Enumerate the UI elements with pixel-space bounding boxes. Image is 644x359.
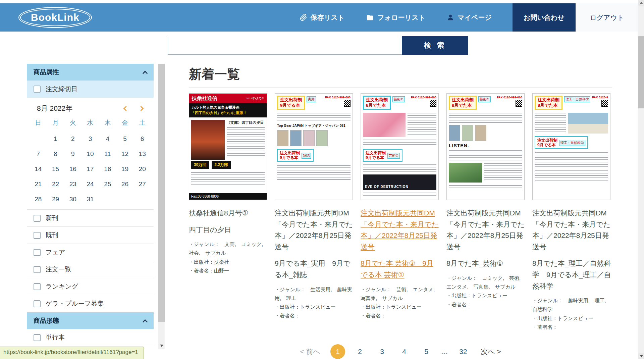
nav-follow-list[interactable]: フォローリスト: [366, 13, 425, 22]
calendar-day[interactable]: 9: [64, 146, 82, 161]
scrollbar-thumb[interactable]: [158, 64, 165, 322]
scroll-down-button[interactable]: [158, 342, 165, 349]
next-page-button[interactable]: 次へ >: [481, 347, 501, 356]
product-attribute-header[interactable]: 商品属性: [27, 64, 154, 81]
calendar-day[interactable]: 3: [82, 131, 99, 146]
calendar-day[interactable]: 17: [82, 161, 99, 176]
calendar-day[interactable]: 2: [64, 131, 82, 146]
card-subtitle[interactable]: 8月でた本 芸術② 9月でる本 芸術①: [361, 258, 439, 280]
card-title[interactable]: 注文出荷制版元共同DM「今月でた本・来月でた本」／2022年8月25日発送号: [275, 207, 354, 252]
page-button[interactable]: 2: [353, 344, 367, 359]
calendar-day[interactable]: 24: [82, 176, 99, 192]
flyer-category-badge: 理工・自然科学: [564, 96, 590, 102]
page-scrollbar[interactable]: [638, 0, 644, 359]
calendar-day[interactable]: 31: [82, 192, 99, 207]
scroll-up-button[interactable]: [638, 0, 644, 6]
flyer-mid-lines: 注文出荷制 9月でる本: [280, 151, 300, 160]
search-button[interactable]: 検 索: [402, 36, 468, 55]
page-button[interactable]: 32: [456, 344, 471, 359]
filter-row[interactable]: フェア: [27, 244, 154, 261]
card-thumbnail[interactable]: 扶桑社通信 2022年8月号① カルト的人気の鬼畜＆鬱漫画 「四丁目の夕日」がつ…: [189, 93, 267, 200]
card-subtitle[interactable]: 8月でた本_芸術①: [446, 258, 525, 269]
sidebar-scrollbar[interactable]: [158, 64, 165, 349]
calendar-day[interactable]: 10: [82, 146, 99, 161]
card-subtitle[interactable]: 9月でる本_実用 9月でる本_雑誌: [275, 258, 354, 280]
filter-checkbox[interactable]: [34, 266, 41, 273]
calendar-day[interactable]: 30: [64, 192, 82, 207]
filter-row[interactable]: 新刊: [27, 210, 154, 227]
calendar-day[interactable]: [30, 131, 47, 146]
page-button[interactable]: ...: [441, 344, 448, 359]
filter-row[interactable]: ゲラ・プルーフ募集: [27, 295, 154, 312]
calendar-prev-button[interactable]: [123, 106, 129, 111]
calendar-day[interactable]: [133, 192, 151, 207]
calendar-day[interactable]: 13: [133, 146, 151, 161]
card-subtitle[interactable]: 8月でた本_理工／自然科学 9月でる本_理工／自然科学: [532, 258, 611, 292]
flyer-mid-box: 注文出荷制 9月でる本 雑誌: [277, 149, 314, 162]
card-thumbnail[interactable]: 注文出荷制 8月でた本 芸術② FAX 0120-999-660: [361, 93, 439, 200]
order-deadline-row[interactable]: 注文締切日: [27, 81, 154, 98]
form-filter-checkbox[interactable]: [34, 334, 41, 341]
card-subtitle[interactable]: 四丁目の夕日: [189, 224, 268, 236]
page-button[interactable]: 3: [375, 344, 389, 359]
scrollbar-thumb[interactable]: [638, 36, 644, 108]
booklink-logo[interactable]: BookLink: [18, 7, 92, 28]
calendar-day[interactable]: 20: [133, 161, 151, 176]
filter-row[interactable]: 注文一覧: [27, 261, 154, 278]
calendar-day[interactable]: [99, 192, 116, 207]
nav-save-list[interactable]: 保存リスト: [300, 13, 344, 22]
card-author: ・著者名：: [361, 311, 439, 320]
calendar-day[interactable]: 22: [47, 176, 64, 192]
calendar-day[interactable]: 23: [64, 176, 82, 192]
calendar-day[interactable]: 21: [30, 176, 47, 192]
filter-checkbox[interactable]: [34, 249, 41, 256]
filter-checkbox[interactable]: [34, 232, 41, 239]
flyer-header-box: 注文出荷制 9月でる本: [277, 96, 305, 110]
page-button[interactable]: 4: [397, 344, 412, 359]
calendar-day[interactable]: 19: [116, 161, 134, 176]
calendar-day[interactable]: 25: [99, 176, 116, 192]
product-form-header[interactable]: 商品形態: [27, 312, 154, 329]
page-button[interactable]: 1: [330, 344, 345, 359]
calendar-day[interactable]: 27: [133, 176, 151, 192]
card-title[interactable]: 注文出荷制版元共同DM「今月でた本・来月でた本」／2022年8月25日発送号: [446, 207, 525, 252]
card-title[interactable]: 注文出荷制版元共同DM「今月でた本・来月でた本」／2022年8月25日発送号: [361, 207, 439, 252]
contact-button[interactable]: お問い合わせ: [513, 3, 576, 32]
calendar-day[interactable]: 15: [47, 161, 64, 176]
calendar-day[interactable]: 29: [47, 192, 64, 207]
flyer-category-badge: 実用: [307, 96, 316, 102]
calendar-day[interactable]: [116, 192, 134, 207]
scroll-down-button[interactable]: [638, 353, 644, 359]
calendar-day[interactable]: 12: [116, 146, 134, 161]
filter-row[interactable]: ランキング: [27, 278, 154, 295]
flyer-header-line: 9月でる本: [280, 103, 302, 108]
calendar-day[interactable]: 18: [99, 161, 116, 176]
form-filter-row[interactable]: 単行本: [27, 329, 154, 346]
card-title[interactable]: 注文出荷制版元共同DM「今月でた本・来月でた本」／2022年8月25日発送号: [532, 207, 611, 252]
card-thumbnail[interactable]: 注文出荷制 8月でた本 芸術① FAX 0120-999-660: [446, 93, 525, 200]
card-thumbnail[interactable]: 注文出荷制 9月でる本 実用 FAX 0120-999-660 Top Gear…: [275, 93, 353, 200]
calendar-day[interactable]: 28: [30, 192, 47, 207]
calendar-day[interactable]: 4: [99, 131, 116, 146]
filter-checkbox[interactable]: [34, 215, 41, 222]
nav-mypage[interactable]: マイページ: [447, 13, 492, 22]
order-deadline-checkbox[interactable]: [34, 86, 41, 93]
calendar-day[interactable]: 16: [64, 161, 82, 176]
search-input[interactable]: [168, 36, 402, 55]
calendar-day[interactable]: 26: [116, 176, 134, 192]
calendar-next-button[interactable]: [139, 106, 144, 111]
calendar-day[interactable]: 1: [47, 131, 64, 146]
page-button[interactable]: 5: [419, 344, 434, 359]
calendar-day[interactable]: 11: [99, 146, 116, 161]
calendar-day[interactable]: 14: [30, 161, 47, 176]
card-thumbnail[interactable]: 注文出荷制 8月でた本 理工・自然科学 FAX 0120-999-660: [532, 93, 610, 200]
calendar-day[interactable]: 5: [116, 131, 134, 146]
calendar-day[interactable]: 7: [30, 146, 47, 161]
calendar-day[interactable]: 6: [133, 131, 151, 146]
calendar-day[interactable]: 8: [47, 146, 64, 161]
logout-button[interactable]: ログアウト: [576, 3, 638, 32]
card-title[interactable]: 扶桑社通信8月号①: [189, 207, 268, 219]
filter-row[interactable]: 既刊: [27, 227, 154, 244]
filter-checkbox[interactable]: [34, 283, 41, 290]
filter-checkbox[interactable]: [34, 300, 41, 307]
